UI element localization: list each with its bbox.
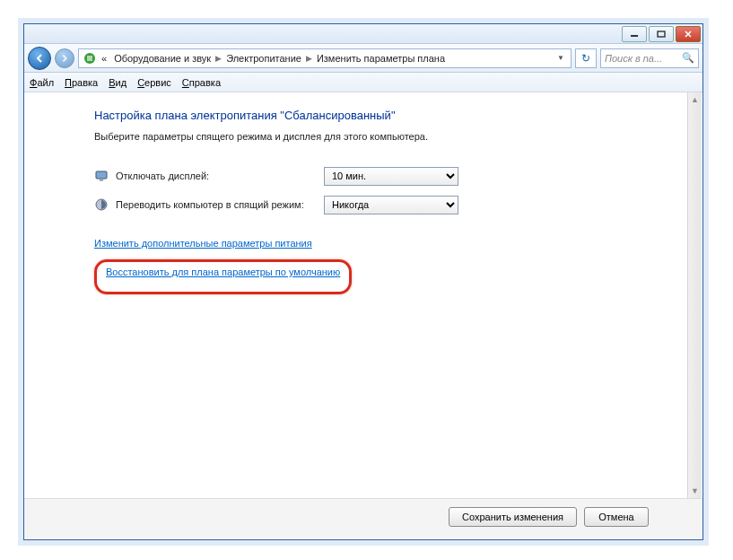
nav-forward-button[interactable] bbox=[55, 48, 74, 68]
content-pane: Настройка плана электропитания "Сбаланси… bbox=[24, 92, 702, 498]
search-box[interactable]: Поиск в па... 🔍 bbox=[600, 48, 699, 68]
chevron-right-icon: ▶ bbox=[306, 54, 312, 63]
search-icon[interactable]: 🔍 bbox=[682, 52, 694, 64]
svg-rect-5 bbox=[100, 179, 103, 181]
address-bar[interactable]: « Оборудование и звук ▶ Электропитание ▶… bbox=[78, 48, 572, 68]
navbar: « Оборудование и звук ▶ Электропитание ▶… bbox=[24, 44, 702, 73]
setting-row-display: Отключать дисплей: 10 мин. bbox=[94, 162, 702, 190]
advanced-settings-link[interactable]: Изменить дополнительные параметры питани… bbox=[94, 238, 312, 249]
svg-rect-0 bbox=[631, 35, 638, 37]
sleep-icon bbox=[94, 197, 109, 212]
breadcrumb-item[interactable]: Оборудование и звук bbox=[111, 53, 214, 64]
breadcrumb-item[interactable]: Электропитание bbox=[223, 53, 304, 64]
scroll-up-icon[interactable]: ▲ bbox=[688, 92, 702, 107]
display-off-label: Отключать дисплей: bbox=[116, 171, 324, 181]
svg-rect-3 bbox=[87, 56, 92, 61]
control-panel-icon bbox=[83, 51, 97, 66]
menu-edit[interactable]: Правка bbox=[65, 77, 98, 88]
menu-view[interactable]: Вид bbox=[109, 77, 127, 88]
refresh-icon: ↻ bbox=[581, 52, 590, 65]
page-title: Настройка плана электропитания "Сбаланси… bbox=[94, 109, 702, 122]
chevron-right-icon: ▶ bbox=[215, 54, 222, 63]
display-icon bbox=[94, 169, 109, 183]
breadcrumb-prefix: « bbox=[99, 53, 109, 64]
search-placeholder: Поиск в па... bbox=[605, 53, 662, 64]
links-block: Изменить дополнительные параметры питани… bbox=[94, 237, 702, 294]
sleep-select[interactable]: Никогда bbox=[324, 196, 458, 214]
sleep-label: Переводить компьютер в спящий режим: bbox=[116, 199, 324, 210]
titlebar bbox=[24, 24, 702, 44]
window: « Оборудование и звук ▶ Электропитание ▶… bbox=[23, 23, 703, 540]
menubar: Файл Правка Вид Сервис Справка bbox=[24, 73, 702, 92]
page-subtitle: Выберите параметры спящего режима и дисп… bbox=[94, 131, 702, 142]
save-button[interactable]: Сохранить изменения bbox=[449, 507, 577, 527]
scroll-down-icon[interactable]: ▼ bbox=[688, 484, 702, 498]
nav-back-button[interactable] bbox=[28, 47, 51, 70]
maximize-button[interactable] bbox=[649, 26, 674, 42]
svg-rect-4 bbox=[96, 171, 107, 179]
breadcrumb-item[interactable]: Изменить параметры плана bbox=[314, 53, 448, 64]
svg-rect-1 bbox=[658, 31, 665, 37]
highlight-annotation: Восстановить для плана параметры по умол… bbox=[94, 259, 352, 294]
setting-row-sleep: Переводить компьютер в спящий режим: Ник… bbox=[94, 190, 702, 219]
menu-file[interactable]: Файл bbox=[30, 77, 54, 88]
refresh-button[interactable]: ↻ bbox=[575, 48, 597, 68]
menu-tools[interactable]: Сервис bbox=[137, 77, 171, 88]
close-button[interactable] bbox=[676, 26, 701, 42]
footer: Сохранить изменения Отмена bbox=[24, 498, 702, 539]
display-off-select[interactable]: 10 мин. bbox=[324, 167, 458, 186]
cancel-button[interactable]: Отмена bbox=[584, 507, 649, 527]
restore-defaults-link[interactable]: Восстановить для плана параметры по умол… bbox=[106, 267, 340, 277]
menu-help[interactable]: Справка bbox=[182, 77, 221, 88]
scrollbar[interactable]: ▲ ▼ bbox=[687, 92, 702, 498]
address-dropdown-icon[interactable]: ▼ bbox=[554, 54, 567, 62]
minimize-button[interactable] bbox=[622, 26, 647, 42]
